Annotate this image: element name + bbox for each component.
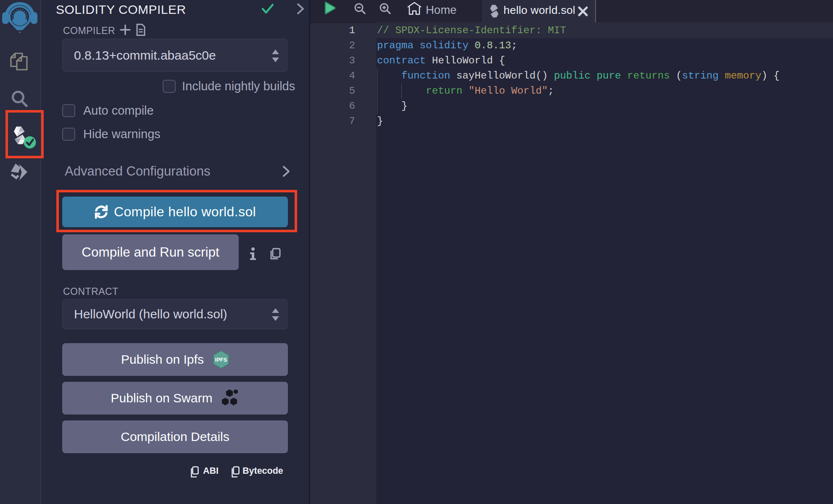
svg-text:IPFS: IPFS <box>215 357 227 363</box>
